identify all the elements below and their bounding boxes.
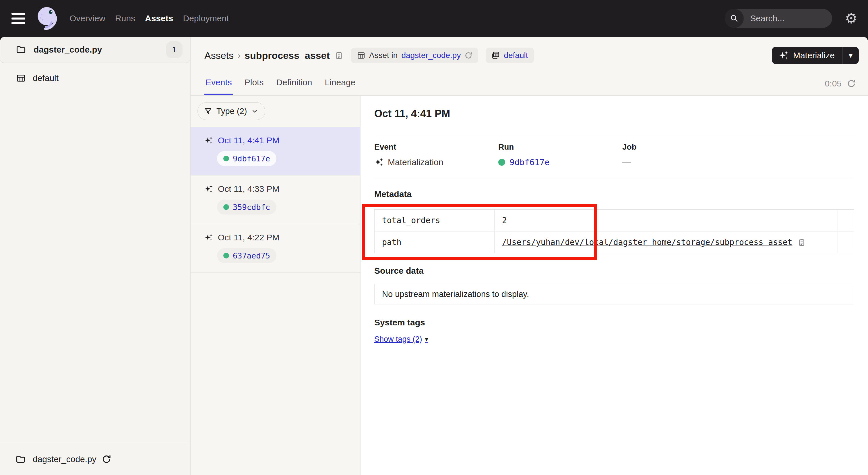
reload-icon[interactable] [102,454,112,464]
refresh-countdown: 0:05 [825,79,842,88]
show-tags-toggle[interactable]: Show tags (2) ▾ [374,335,428,344]
event-timestamp: Oct 11, 4:22 PM [218,233,280,242]
asset-catalog-sidebar: dagster_code.py 1 default dagster_code.p… [0,37,191,475]
asset-in-code-location-badge[interactable]: Asset in dagster_code.py [351,48,478,63]
type-filter-button[interactable]: Type (2) [197,102,265,120]
run-id: 9dbf617e [233,154,270,163]
nav-item-runs[interactable]: Runs [115,13,135,23]
top-navigation-bar: Overview Runs Assets Deployment / ⚙ [0,0,868,37]
job-column: Job — [622,143,854,167]
metadata-key: total_orders [375,210,495,232]
asset-group-badge[interactable]: default [486,48,534,63]
materialization-sparkle-icon [205,185,213,193]
tab-plots[interactable]: Plots [243,78,265,95]
materialize-dropdown-caret[interactable]: ▾ [842,47,859,64]
dagster-logo[interactable] [33,5,60,32]
job-value: — [622,157,631,167]
materialize-label: Materialize [793,51,835,60]
events-content: Type (2) [191,95,868,475]
system-tags-heading: System tags [374,318,854,327]
global-search[interactable]: / [725,9,832,28]
show-tags-label: Show tags (2) [374,335,422,344]
event-type-value: Materialization [388,157,443,167]
run-success-dot [223,253,229,259]
table-row: total_orders 2 [375,210,854,232]
code-location-name: dagster_code.py [34,45,102,55]
run-id: 637aed75 [233,251,270,260]
materialization-sparkle-icon [205,136,213,145]
sidebar-code-location-header[interactable]: dagster_code.py 1 [0,37,190,63]
metadata-value: 2 [495,210,838,232]
metadata-heading: Metadata [374,189,854,199]
primary-nav: Overview Runs Assets Deployment [69,13,229,23]
grid-icon [491,51,500,60]
run-column-label: Run [498,143,622,152]
asset-page-header: Assets › subprocess_asset [191,37,868,95]
asset-group-grid-icon [16,73,26,83]
sidebar-item-default-group[interactable]: default [0,67,190,89]
breadcrumb-separator: › [238,51,241,60]
settings-gear-icon[interactable]: ⚙ [845,11,858,26]
tab-lineage[interactable]: Lineage [324,78,357,95]
filter-funnel-icon [204,107,212,115]
nav-item-assets[interactable]: Assets [145,13,173,23]
asset-tabs: Events Plots Definition Lineage 0:05 [205,78,859,95]
table-row: path /Users/yuhan/dev/local/dagster_home… [375,232,854,253]
event-detail-panel: Oct 11, 4:41 PM Event [361,96,868,475]
run-id-badge[interactable]: 637aed75 [217,248,276,263]
search-input[interactable] [744,13,832,23]
event-detail-title: Oct 11, 4:41 PM [374,108,854,120]
event-filter-row: Type (2) [191,96,360,127]
sidebar-item-label: default [33,73,59,83]
hamburger-menu-icon[interactable] [11,12,25,24]
run-success-dot [498,159,505,166]
event-column: Event Materialization [374,143,498,167]
run-id-badge[interactable]: 9dbf617e [217,151,276,166]
event-list-item[interactable]: Oct 11, 4:33 PM 359cdbfc [191,175,360,224]
asset-page: Assets › subprocess_asset [191,37,868,475]
storage-path-link[interactable]: /Users/yuhan/dev/local/dagster_home/stor… [502,237,792,247]
materialize-sparkle-icon [779,51,788,60]
nav-item-overview[interactable]: Overview [69,13,105,23]
event-timestamp: Oct 11, 4:33 PM [218,184,280,194]
materialize-button[interactable]: Materialize ▾ [772,47,859,64]
code-location-link[interactable]: dagster_code.py [401,51,461,60]
breadcrumb: Assets › subprocess_asset [205,47,859,64]
refresh-icon[interactable] [847,79,856,88]
event-timestamp: Oct 11, 4:41 PM [218,136,280,145]
copy-path-icon[interactable] [797,238,806,247]
footer-code-location-name: dagster_code.py [33,454,96,464]
search-icon [725,9,744,28]
run-success-dot [223,156,229,161]
metadata-key: path [375,232,495,253]
main-content-area: dagster_code.py 1 default dagster_code.p… [0,37,868,475]
sidebar-footer-code-location[interactable]: dagster_code.py [0,443,190,475]
source-data-empty-message: No upstream materializations to display. [374,284,854,304]
job-column-label: Job [622,143,854,152]
event-list-panel: Type (2) [191,96,361,475]
materialization-sparkle-icon [205,233,213,242]
divider [374,179,854,179]
breadcrumb-assets-link[interactable]: Assets [205,50,234,61]
folder-icon [16,454,26,464]
run-column: Run 9dbf617e [498,143,622,167]
folder-icon [16,44,26,55]
run-id-link[interactable]: 9dbf617e [509,157,550,167]
event-list-item[interactable]: Oct 11, 4:22 PM 637aed75 [191,224,360,272]
metadata-table: total_orders 2 path /Users/yuhan/dev/loc… [374,209,854,253]
chevron-down-icon [251,108,258,115]
group-link[interactable]: default [504,51,528,60]
event-list-item[interactable]: Oct 11, 4:41 PM 9dbf617e [191,127,360,175]
run-id-badge[interactable]: 359cdbfc [217,200,276,214]
asset-count-badge: 1 [166,41,183,58]
copy-asset-name-icon[interactable] [334,51,344,60]
event-info-columns: Event Materialization [374,135,854,179]
event-column-label: Event [374,143,498,152]
reload-code-location-icon[interactable] [464,51,472,59]
nav-item-deployment[interactable]: Deployment [183,13,229,23]
tab-events[interactable]: Events [205,78,233,95]
caret-down-icon: ▾ [425,336,428,343]
materialization-sparkle-icon [374,158,383,167]
metadata-empty-cell [838,232,854,253]
tab-definition[interactable]: Definition [275,78,313,95]
